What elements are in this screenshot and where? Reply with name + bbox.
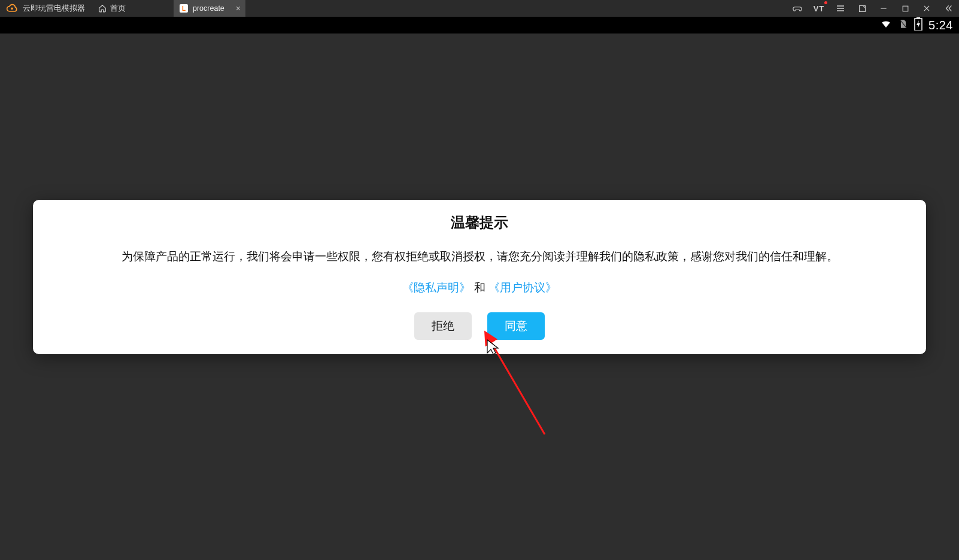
menu-icon[interactable] [834, 2, 846, 14]
sim-disabled-icon [899, 19, 908, 32]
permission-dialog: 温馨提示 为保障产品的正常运行，我们将会申请一些权限，您有权拒绝或取消授权，请您… [33, 200, 926, 354]
svg-rect-1 [903, 6, 908, 11]
agree-button[interactable]: 同意 [487, 312, 545, 340]
home-label-text: 首页 [110, 4, 126, 14]
svg-rect-3 [916, 17, 920, 19]
device-screen: 5:24 温馨提示 为保障产品的正常运行，我们将会申请一些权限，您有权拒绝或取消… [0, 17, 959, 560]
gamepad-icon[interactable] [791, 2, 803, 14]
close-window-button[interactable] [921, 2, 933, 14]
statusbar-clock: 5:24 [928, 19, 953, 32]
home-tab[interactable]: 首页 [98, 4, 126, 14]
tab-app-icon: L [180, 4, 188, 13]
dialog-links-row: 《隐私声明》 和 《用户协议》 [47, 280, 912, 296]
app-surface: 温馨提示 为保障产品的正常运行，我们将会申请一些权限，您有权拒绝或取消授权，请您… [0, 34, 959, 560]
privacy-link[interactable]: 《隐私声明》 [402, 281, 471, 294]
collapse-sidebar-icon[interactable] [942, 2, 954, 14]
tab-label: procreate [193, 4, 224, 13]
window-controls: VT [791, 0, 954, 17]
tab-close-button[interactable]: × [236, 4, 241, 13]
links-joiner: 和 [474, 281, 485, 294]
app-logo-icon [6, 2, 18, 14]
tab-procreate[interactable]: L procreate × [174, 0, 245, 17]
dialog-title: 温馨提示 [47, 213, 912, 232]
agreement-link[interactable]: 《用户协议》 [488, 281, 557, 294]
app-name-label: 云即玩雷电模拟器 [23, 4, 85, 14]
dialog-body-text: 为保障产品的正常运行，我们将会申请一些权限，您有权拒绝或取消授权，请您充分阅读并… [47, 248, 912, 266]
wifi-icon [879, 19, 893, 32]
dialog-actions: 拒绝 同意 [47, 312, 912, 340]
android-statusbar: 5:24 [0, 17, 959, 34]
vt-indicator[interactable]: VT [813, 2, 825, 14]
battery-charging-icon [914, 17, 922, 33]
maximize-button[interactable] [899, 2, 911, 14]
home-icon [98, 4, 107, 13]
minimize-button[interactable] [878, 2, 890, 14]
emulator-titlebar: 云即玩雷电模拟器 首页 L procreate × VT [0, 0, 959, 17]
fullscreen-icon[interactable] [856, 2, 868, 14]
decline-button[interactable]: 拒绝 [414, 312, 472, 340]
